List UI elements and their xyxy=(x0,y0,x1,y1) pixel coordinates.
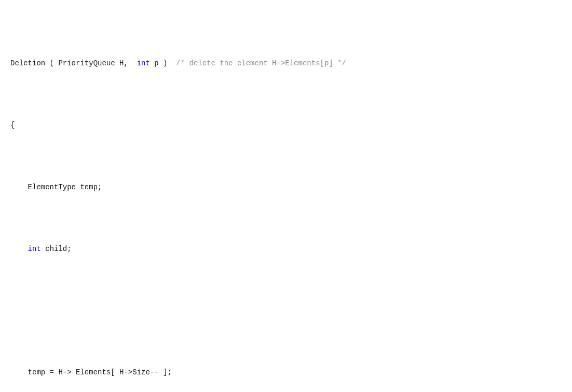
comment-1: /* delete the element H->Elements[p] */ xyxy=(176,59,346,67)
keyword-int-1: int xyxy=(137,59,150,67)
code-editor: Deletion ( PriorityQueue H, int p ) /* d… xyxy=(0,0,572,392)
code-line-3: ElementType temp; xyxy=(10,181,562,194)
line1-text: Deletion ( PriorityQueue H, int p ) /* d… xyxy=(10,58,346,70)
line2-text: { xyxy=(10,119,15,132)
code-line-6: temp = H-> Elements[ H->Size-- ]; xyxy=(10,367,562,379)
keyword-int-2: int xyxy=(28,245,41,253)
line5-text xyxy=(10,305,15,317)
line3-text: ElementType temp; xyxy=(10,181,102,194)
code-line-1: Deletion ( PriorityQueue H, int p ) /* d… xyxy=(10,58,562,70)
line6-text: temp = H-> Elements[ H->Size-- ]; xyxy=(10,367,172,379)
line4-text: int child; xyxy=(10,243,72,256)
code-line-5 xyxy=(10,305,562,317)
code-line-4: int child; xyxy=(10,243,562,256)
code-line-2: { xyxy=(10,119,562,132)
